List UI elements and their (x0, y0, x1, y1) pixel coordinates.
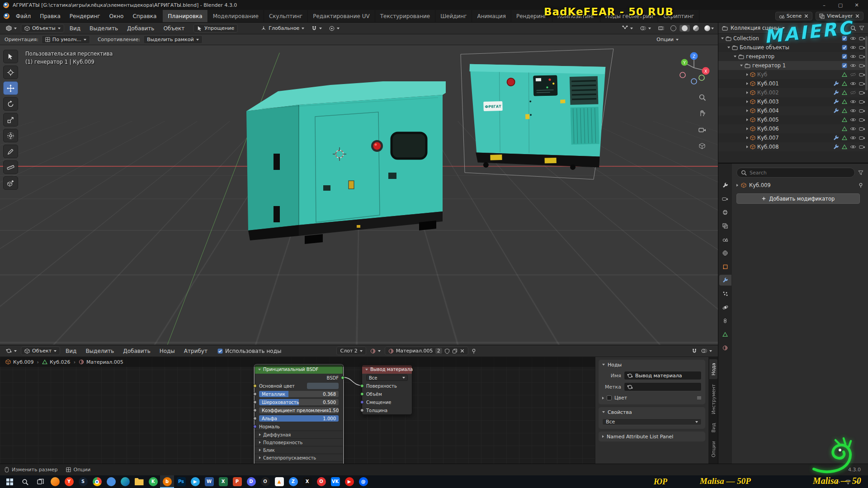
viewport-nav-zoom[interactable] (697, 92, 707, 102)
output-input-3[interactable]: Толщина (362, 406, 412, 414)
tool-add-cube[interactable] (3, 176, 18, 190)
bsdf-section-0[interactable]: Диффузная (255, 431, 343, 438)
cam-icon[interactable] (859, 36, 865, 41)
outliner-row-8[interactable]: Куб.004 (718, 106, 868, 115)
unlink-scene-icon[interactable] (804, 14, 809, 19)
taskbar-app-blender[interactable]: b (160, 475, 174, 488)
active-tool-button[interactable]: Упрощение (193, 24, 238, 33)
tri-icon[interactable] (842, 99, 847, 104)
cam-icon[interactable] (859, 145, 865, 149)
minimize-button[interactable]: – (816, 2, 832, 8)
properties-panel-header[interactable]: Свойства (599, 407, 705, 417)
properties-tab-render[interactable] (719, 193, 731, 204)
properties-tab-scene[interactable] (719, 234, 731, 245)
expand-icon[interactable] (727, 47, 730, 48)
expand-icon[interactable] (746, 91, 748, 94)
bsdf-section-1[interactable]: Подповерхность (255, 438, 343, 446)
taskbar-app-excel[interactable]: X (216, 475, 230, 488)
main-menu-3[interactable]: Окно (105, 10, 128, 22)
properties-tab-physics[interactable] (719, 302, 731, 313)
properties-tab-particles[interactable] (719, 288, 731, 299)
editor-type-selector[interactable] (3, 24, 20, 33)
drag-handle-icon[interactable] (697, 396, 702, 400)
taskbar-app-firefox[interactable] (48, 475, 62, 488)
cam-icon[interactable] (859, 117, 865, 122)
expand-icon[interactable] (746, 73, 748, 76)
workspace-tab-10[interactable]: Скриптинг (658, 10, 699, 22)
wrench-icon[interactable] (833, 90, 839, 96)
shader-menu-1[interactable]: Выделить (81, 345, 118, 357)
gizmo-y-axis[interactable]: Y (683, 61, 686, 65)
outliner-row-11[interactable]: Куб.007 (718, 133, 868, 142)
tool-cursor[interactable] (3, 66, 18, 79)
main-menu-0[interactable]: Файл (11, 10, 35, 22)
bsdf-input-4[interactable]: Альфа1.000 (255, 414, 343, 422)
properties-tab-constraints[interactable] (719, 315, 731, 326)
expand-icon[interactable] (746, 127, 748, 130)
bsdf-input-3[interactable]: Коэффициент преломления1.500 (255, 406, 343, 414)
gizmo-x-axis[interactable]: X (704, 69, 707, 74)
show-overlays-toggle[interactable] (637, 24, 654, 33)
output-input-2[interactable]: Смещение (362, 398, 412, 406)
properties-tab-material[interactable] (719, 343, 731, 353)
tri-icon[interactable] (842, 144, 847, 150)
material-browse-dropdown[interactable] (367, 347, 384, 355)
nodes-panel-header[interactable]: Ноды (599, 360, 705, 370)
tri-icon[interactable] (842, 117, 847, 122)
eye-icon[interactable] (850, 45, 856, 50)
outliner-row-0[interactable]: Collection (718, 34, 868, 43)
new-material-icon[interactable] (452, 348, 458, 354)
expand-icon[interactable] (746, 109, 748, 112)
color-subpanel-header[interactable]: Цвет (602, 395, 702, 401)
gizmo-minus-x-axis[interactable] (680, 72, 685, 78)
taskbar-app-discord[interactable]: D (244, 475, 258, 488)
main-menu-4[interactable]: Справка (128, 10, 161, 22)
outliner-title[interactable]: Коллекция сцены (731, 25, 779, 31)
workspace-tab-0[interactable]: Планировка (163, 10, 208, 22)
bsdf-input-0[interactable]: Основной цвет (255, 382, 343, 390)
snap-dropdown[interactable] (308, 24, 325, 33)
tool-scale[interactable] (3, 113, 18, 127)
workspace-tab-8[interactable]: Композитинг (552, 10, 600, 22)
cam-icon[interactable] (859, 99, 865, 104)
check-icon[interactable] (842, 45, 847, 50)
eye-icon[interactable] (850, 63, 856, 68)
shading-material-button[interactable] (691, 25, 701, 32)
pin-icon[interactable] (471, 348, 476, 354)
outliner-row-4[interactable]: Куб (718, 70, 868, 79)
material-name-field[interactable]: Материал.005 2 (385, 347, 468, 355)
value-slider[interactable]: Металлик0.368 (259, 391, 339, 397)
bsdf-section-3[interactable]: Светопропускаемость (255, 454, 343, 461)
tri-icon[interactable] (842, 135, 847, 141)
sidebar-tab-2[interactable]: Вид (709, 419, 717, 436)
network-icon[interactable] (845, 479, 851, 484)
gizmo-minus-z-axis[interactable] (691, 79, 697, 84)
viewport-3d[interactable]: ФРЕГАТ (0, 45, 718, 345)
users-count-badge[interactable]: 2 (435, 348, 442, 354)
cam-icon[interactable] (859, 108, 865, 113)
breadcrumb-item-2[interactable]: Материал.005 (79, 359, 123, 365)
properties-search-box[interactable] (736, 168, 855, 178)
properties-tab-output[interactable] (719, 207, 731, 218)
reference-image-plane[interactable]: ФРЕГАТ (458, 46, 617, 182)
taskbar-app-explorer-folder[interactable] (132, 475, 146, 488)
shader-mode-dropdown[interactable]: Объект (21, 347, 60, 355)
expand-icon[interactable] (734, 56, 736, 57)
cam-icon[interactable] (859, 72, 865, 77)
show-gizmo-toggle[interactable] (619, 24, 636, 33)
shading-wireframe-button[interactable] (668, 25, 679, 32)
input-socket[interactable] (253, 384, 257, 388)
fake-user-icon[interactable] (444, 348, 450, 354)
orientation-value-dropdown[interactable]: По умолч... (42, 35, 90, 44)
value-slider[interactable]: Шероховатость0.500 (259, 399, 339, 405)
output-input-1[interactable]: Объём (362, 390, 412, 398)
properties-tab-world[interactable] (719, 248, 731, 258)
cam-icon[interactable] (859, 45, 865, 50)
outliner-row-1[interactable]: Большие объекты (718, 43, 868, 52)
eye-icon[interactable] (850, 36, 856, 41)
outliner-row-9[interactable]: Куб.005 (718, 115, 868, 124)
node-name-field[interactable]: Вывод материала (624, 371, 702, 380)
taskbar-start-button[interactable] (2, 475, 17, 488)
bsdf-section-4[interactable]: Верхний слой (255, 461, 343, 464)
properties-tab-tool[interactable] (719, 180, 731, 191)
